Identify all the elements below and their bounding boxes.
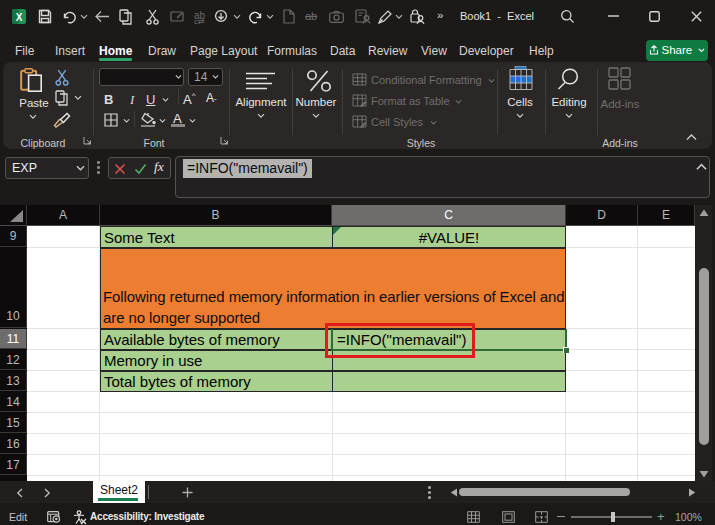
svg-text:X: X (16, 12, 23, 23)
